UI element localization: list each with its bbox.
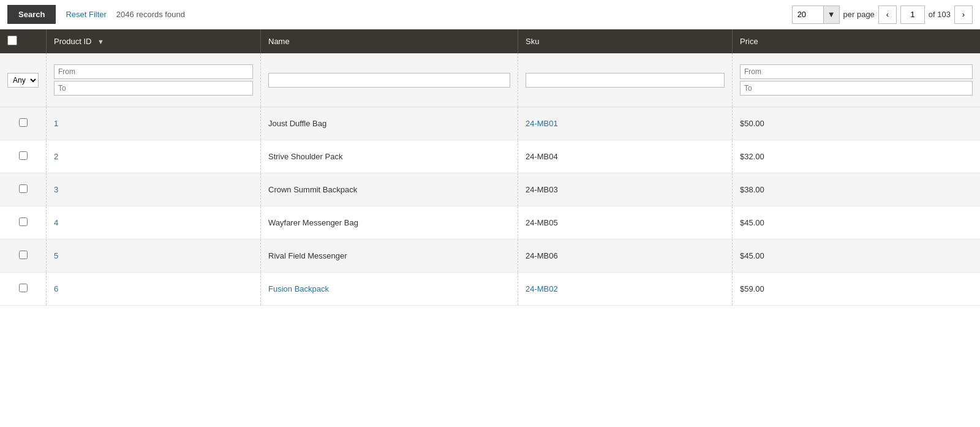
search-button[interactable]: Search bbox=[7, 5, 56, 24]
row-checkbox[interactable] bbox=[19, 151, 28, 160]
row-checkbox[interactable] bbox=[19, 184, 28, 193]
filter-name-cell bbox=[261, 53, 518, 107]
product-name: Strive Shoulder Pack bbox=[268, 152, 342, 161]
product-id-link[interactable]: 2 bbox=[54, 152, 58, 161]
row-checkbox[interactable] bbox=[19, 118, 28, 127]
row-checkbox-cell bbox=[0, 173, 47, 206]
cell-name: Strive Shoulder Pack bbox=[261, 140, 518, 173]
cell-sku: 24-MB04 bbox=[518, 140, 733, 173]
cell-price: $45.00 bbox=[733, 206, 981, 240]
row-checkbox-cell bbox=[0, 273, 47, 306]
product-sku: 24-MB05 bbox=[526, 218, 558, 227]
row-checkbox-cell bbox=[0, 240, 47, 273]
cell-product-id: 4 bbox=[47, 206, 261, 240]
per-page-select[interactable]: 20 50 100 bbox=[793, 6, 823, 23]
table-row: 4Wayfarer Messenger Bag24-MB05$45.00 bbox=[0, 206, 980, 240]
cell-product-id: 3 bbox=[47, 173, 261, 206]
filter-name[interactable] bbox=[268, 73, 510, 88]
header-checkbox-cell bbox=[0, 29, 47, 53]
cell-product-id: 2 bbox=[47, 140, 261, 173]
cell-price: $45.00 bbox=[733, 240, 981, 273]
row-checkbox[interactable] bbox=[19, 284, 28, 292]
cell-sku: 24-MB06 bbox=[518, 240, 733, 273]
product-sku-link[interactable]: 24-MB02 bbox=[526, 284, 558, 293]
product-sku-link[interactable]: 24-MB01 bbox=[526, 119, 558, 128]
per-page-select-wrap[interactable]: 20 50 100 ▼ bbox=[792, 6, 840, 24]
filter-price-from[interactable] bbox=[740, 64, 973, 79]
product-id-link[interactable]: 3 bbox=[54, 185, 58, 194]
cell-sku: 24-MB03 bbox=[518, 173, 733, 206]
prev-page-button[interactable]: ‹ bbox=[878, 6, 897, 24]
table-row: 1Joust Duffle Bag24-MB01$50.00 bbox=[0, 107, 980, 140]
header-sku[interactable]: Sku bbox=[518, 29, 733, 53]
cell-price: $50.00 bbox=[733, 107, 981, 140]
cell-product-id: 6 bbox=[47, 273, 261, 306]
cell-name: Rival Field Messenger bbox=[261, 240, 518, 273]
cell-name: Crown Summit Backpack bbox=[261, 173, 518, 206]
product-price: $32.00 bbox=[740, 152, 764, 161]
filter-sku-cell bbox=[518, 53, 733, 107]
per-page-arrow[interactable]: ▼ bbox=[823, 6, 839, 23]
product-name: Wayfarer Messenger Bag bbox=[268, 218, 358, 227]
product-name: Crown Summit Backpack bbox=[268, 185, 357, 194]
product-name: Rival Field Messenger bbox=[268, 251, 347, 260]
filter-sku[interactable] bbox=[526, 73, 725, 88]
table-row: 3Crown Summit Backpack24-MB03$38.00 bbox=[0, 173, 980, 206]
filter-product-id-from[interactable] bbox=[54, 64, 253, 79]
row-checkbox-cell bbox=[0, 140, 47, 173]
cell-product-id: 5 bbox=[47, 240, 261, 273]
filter-product-id-cell bbox=[47, 53, 261, 107]
product-id-link[interactable]: 1 bbox=[54, 119, 58, 128]
reset-filter-link[interactable]: Reset Filter bbox=[66, 10, 106, 19]
filter-any-select[interactable]: Any Yes No bbox=[7, 73, 39, 88]
cell-sku: 24-MB02 bbox=[518, 273, 733, 306]
cell-price: $38.00 bbox=[733, 173, 981, 206]
page-of: of 103 bbox=[929, 10, 951, 19]
product-sku: 24-MB03 bbox=[526, 185, 558, 194]
table-row: 5Rival Field Messenger24-MB06$45.00 bbox=[0, 240, 980, 273]
table-header-row: Product ID ▼ Name Sku Price bbox=[0, 29, 980, 53]
page-input[interactable] bbox=[900, 6, 925, 24]
row-checkbox-cell bbox=[0, 206, 47, 240]
header-price[interactable]: Price bbox=[733, 29, 981, 53]
sort-icon: ▼ bbox=[97, 38, 104, 45]
product-price: $45.00 bbox=[740, 251, 764, 260]
header-product-id[interactable]: Product ID ▼ bbox=[47, 29, 261, 53]
product-price: $45.00 bbox=[740, 218, 764, 227]
filter-price-to[interactable] bbox=[740, 81, 973, 96]
cell-name: Wayfarer Messenger Bag bbox=[261, 206, 518, 240]
product-price: $50.00 bbox=[740, 119, 764, 128]
product-id-link[interactable]: 6 bbox=[54, 284, 58, 293]
records-found: 2046 records found bbox=[116, 10, 185, 19]
filter-price-cell bbox=[733, 53, 981, 107]
toolbar: Search Reset Filter 2046 records found 2… bbox=[0, 0, 980, 29]
header-name[interactable]: Name bbox=[261, 29, 518, 53]
product-price: $59.00 bbox=[740, 284, 764, 293]
cell-sku: 24-MB01 bbox=[518, 107, 733, 140]
product-sku: 24-MB04 bbox=[526, 152, 558, 161]
row-checkbox[interactable] bbox=[19, 251, 28, 259]
pagination: 20 50 100 ▼ per page ‹ of 103 › bbox=[792, 6, 973, 24]
product-price: $38.00 bbox=[740, 185, 764, 194]
product-name-link[interactable]: Fusion Backpack bbox=[268, 284, 329, 293]
product-id-link[interactable]: 5 bbox=[54, 251, 58, 260]
cell-product-id: 1 bbox=[47, 107, 261, 140]
cell-price: $59.00 bbox=[733, 273, 981, 306]
table-row: 2Strive Shoulder Pack24-MB04$32.00 bbox=[0, 140, 980, 173]
filter-product-id-to[interactable] bbox=[54, 81, 253, 96]
row-checkbox[interactable] bbox=[19, 217, 28, 226]
table-row: 6Fusion Backpack24-MB02$59.00 bbox=[0, 273, 980, 306]
row-checkbox-cell bbox=[0, 107, 47, 140]
product-sku: 24-MB06 bbox=[526, 251, 558, 260]
cell-name: Joust Duffle Bag bbox=[261, 107, 518, 140]
per-page-label: per page bbox=[843, 10, 875, 19]
cell-sku: 24-MB05 bbox=[518, 206, 733, 240]
cell-name: Fusion Backpack bbox=[261, 273, 518, 306]
select-all-checkbox[interactable] bbox=[7, 36, 17, 45]
product-id-link[interactable]: 4 bbox=[54, 218, 58, 227]
products-table: Product ID ▼ Name Sku Price Any Yes bbox=[0, 29, 980, 306]
filter-row: Any Yes No bbox=[0, 53, 980, 107]
next-page-button[interactable]: › bbox=[954, 6, 973, 24]
product-name: Joust Duffle Bag bbox=[268, 119, 326, 128]
filter-checkbox-cell: Any Yes No bbox=[0, 53, 47, 107]
